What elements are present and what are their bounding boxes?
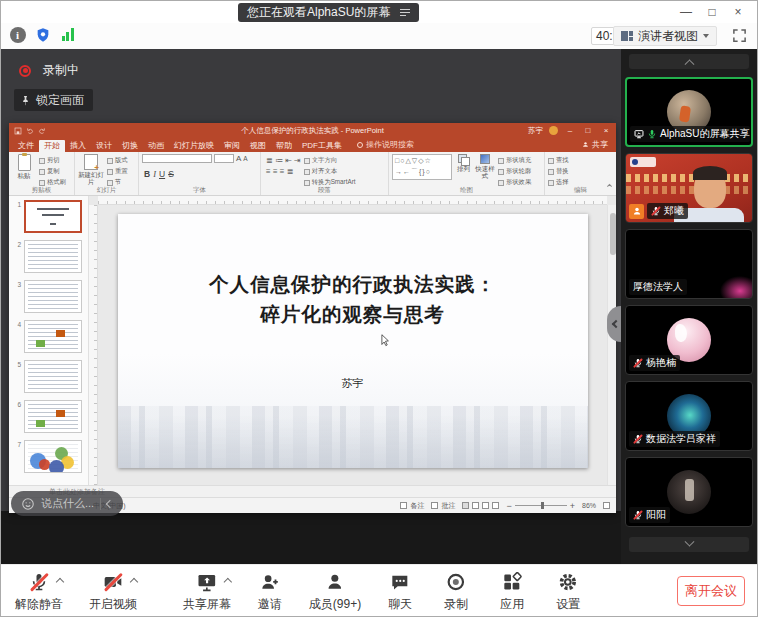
leave-meeting-button[interactable]: 离开会议 [677, 576, 745, 606]
maximize-button[interactable]: □ [699, 5, 725, 19]
slide-thumbnail-5[interactable] [24, 360, 82, 393]
normal-view-icon[interactable] [462, 502, 469, 509]
watching-banner[interactable]: 您正在观看AlphaSU的屏幕 [238, 3, 419, 22]
participant-tile-杨艳楠[interactable]: 杨艳楠 [625, 305, 753, 375]
security-shield-icon[interactable] [34, 26, 51, 43]
ribbon-tab-切换[interactable]: 切换 [117, 140, 143, 152]
tell-me-search[interactable]: 操作说明搜索 [357, 139, 414, 152]
ribbon-tab-视图[interactable]: 视图 [245, 140, 271, 152]
new-slide-button[interactable]: 新建幻灯片 [78, 154, 104, 186]
fullscreen-icon[interactable] [732, 28, 747, 47]
reading-view-icon[interactable] [482, 502, 489, 509]
align-buttons[interactable]: ≡ ≡ ≡ ≣ [264, 167, 301, 176]
ribbon-item-替换[interactable]: 替换 [548, 167, 569, 176]
toolbar-button-解除静音[interactable]: 解除静音 [15, 571, 63, 613]
slide-thumbnail-4[interactable] [24, 320, 82, 353]
meeting-info-icon[interactable]: i [9, 26, 26, 43]
slide-thumbnail-panel[interactable]: 1234567 [9, 196, 89, 485]
ppt-minimize-button[interactable]: – [564, 126, 576, 135]
ribbon-item-文字方向[interactable]: 文字方向 [304, 156, 356, 165]
toolbar-button-成员(99+)[interactable]: 成员(99+) [309, 571, 361, 613]
ribbon-tab-文件[interactable]: 文件 [13, 140, 39, 152]
ppt-account-name[interactable]: 苏宇 [528, 126, 543, 136]
collapse-ribbon-icon[interactable] [606, 175, 613, 193]
participant-tile-厚德法学人[interactable]: 厚德法学人 [625, 229, 753, 299]
zoom-percent[interactable]: 86% [582, 502, 596, 509]
undo-icon[interactable] [26, 127, 34, 135]
collapse-chat-icon[interactable] [106, 499, 114, 507]
font-name-box[interactable] [142, 154, 212, 163]
slide-thumbnail-6[interactable] [24, 400, 82, 433]
participant-tile-AlphaSU的屏幕共享[interactable]: AlphaSU的屏幕共享 [625, 77, 753, 147]
comments-toggle[interactable]: 批注 [431, 501, 455, 511]
scroll-down-button[interactable] [629, 537, 749, 552]
ribbon-tab-设计[interactable]: 设计 [91, 140, 117, 152]
slide-thumbnail-1[interactable] [24, 200, 82, 233]
font-size-box[interactable] [214, 154, 234, 163]
ribbon-item-形状填充[interactable]: 形状填充 [498, 156, 531, 165]
ribbon-item-查找[interactable]: 查找 [548, 156, 569, 165]
ppt-share-button[interactable]: 共享 [574, 139, 616, 152]
font-buttons[interactable]: BIUS [142, 169, 257, 179]
slide-thumbnail-7[interactable] [24, 440, 82, 473]
participant-tile-郑曦[interactable]: 郑曦 [625, 153, 753, 223]
ribbon-tab-插入[interactable]: 插入 [65, 140, 91, 152]
slide-sorter-icon[interactable] [472, 502, 479, 509]
ribbon-item-版式[interactable]: 版式 [107, 156, 128, 165]
toolbar-button-应用[interactable]: 应用 [495, 571, 529, 613]
paste-button[interactable]: 粘贴 [12, 154, 36, 186]
notes-toggle[interactable]: 备注 [400, 501, 424, 511]
toolbar-button-开启视频[interactable]: 开启视频 [89, 571, 137, 613]
quick-styles-button[interactable]: 快速样式 [475, 154, 495, 186]
scroll-up-button[interactable] [629, 54, 749, 69]
smiley-icon[interactable] [21, 497, 35, 511]
slide-canvas[interactable]: 个人信息保护的行政执法实践： 碎片化的观察与思考 苏宇 [118, 214, 588, 468]
ribbon-tab-动画[interactable]: 动画 [143, 140, 169, 152]
font-style-button-I[interactable]: I [153, 169, 156, 179]
font-style-button-S[interactable]: S [168, 169, 174, 179]
ribbon-item-重置[interactable]: 重置 [107, 167, 128, 176]
save-icon[interactable] [14, 127, 22, 135]
chevron-up-icon[interactable] [56, 578, 64, 586]
ribbon-tab-审阅[interactable]: 审阅 [219, 140, 245, 152]
shape-gallery[interactable]: □○△▽◇☆ →←⌒{}○ [392, 154, 452, 180]
chevron-up-icon[interactable] [224, 578, 232, 586]
close-button[interactable]: × [725, 5, 751, 19]
font-style-button-B[interactable]: B [144, 169, 150, 179]
toolbar-button-共享屏幕[interactable]: 共享屏幕 [183, 571, 231, 613]
sidebar-collapse-handle[interactable] [607, 306, 621, 342]
ribbon-tab-幻灯片放映[interactable]: 幻灯片放映 [169, 140, 219, 152]
minimize-button[interactable]: — [673, 5, 699, 19]
ribbon-item-剪切[interactable]: 剪切 [39, 156, 66, 165]
list-buttons[interactable]: ≣ ≔ ⇤ ⇥ [264, 156, 301, 165]
lock-view-button[interactable]: 锁定画面 [14, 89, 93, 111]
ribbon-tab-帮助[interactable]: 帮助 [271, 140, 297, 152]
ribbon-item-复制[interactable]: 复制 [39, 167, 66, 176]
ribbon-item-形状轮廓[interactable]: 形状轮廓 [498, 167, 531, 176]
chat-input-placeholder[interactable]: 说点什么... [41, 496, 94, 511]
ppt-account-avatar[interactable] [549, 126, 558, 135]
redo-icon[interactable] [38, 127, 46, 135]
slide-thumbnail-3[interactable] [24, 280, 82, 313]
slide-scrollbar[interactable] [607, 205, 616, 485]
network-quality-icon[interactable] [59, 26, 76, 43]
chevron-up-icon[interactable] [130, 578, 138, 586]
slideshow-icon[interactable] [492, 502, 499, 509]
ribbon-item-对齐文本[interactable]: 对齐文本 [304, 167, 356, 176]
quick-chat-bubble[interactable]: 说点什么... [11, 491, 123, 516]
zoom-slider[interactable]: −+ [506, 501, 575, 511]
toolbar-button-邀请[interactable]: 邀请 [253, 571, 287, 613]
ribbon-tab-开始[interactable]: 开始 [39, 140, 65, 152]
ppt-close-button[interactable]: × [600, 126, 612, 135]
slide-thumbnail-2[interactable] [24, 240, 82, 273]
fit-slide-icon[interactable] [603, 502, 610, 509]
arrange-button[interactable]: 排列 [455, 154, 472, 186]
ppt-restore-button[interactable]: □ [582, 126, 594, 135]
font-style-button-U[interactable]: U [159, 169, 165, 179]
ribbon-tab-PDF工具集[interactable]: PDF工具集 [297, 140, 347, 152]
toolbar-button-聊天[interactable]: 聊天 [383, 571, 417, 613]
view-mode-dropdown[interactable]: 演讲者视图 [613, 26, 717, 46]
participant-tile-数据法学吕家祥[interactable]: 数据法学吕家祥 [625, 381, 753, 451]
banner-menu-icon[interactable] [400, 9, 410, 17]
toolbar-button-录制[interactable]: 录制 [439, 571, 473, 613]
